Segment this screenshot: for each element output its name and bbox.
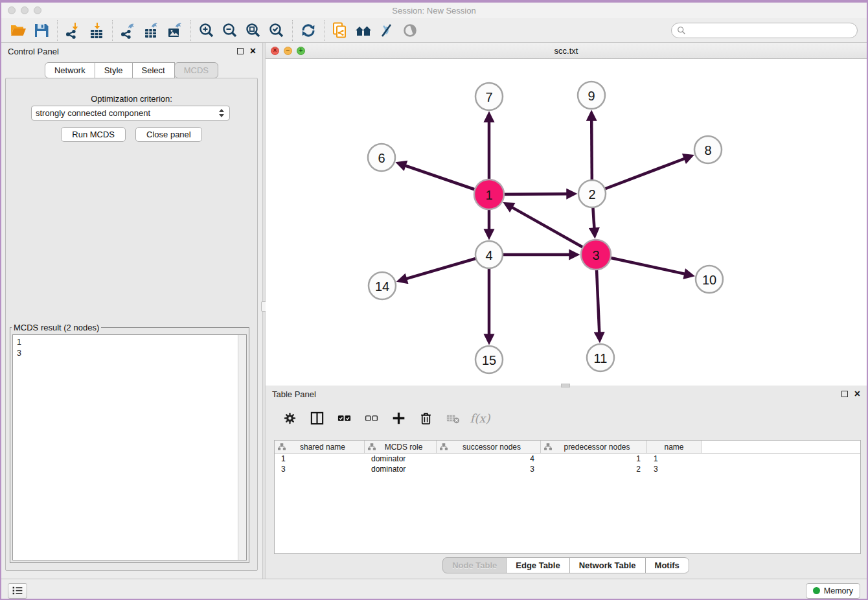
table-cell: 4 bbox=[437, 454, 541, 463]
table-cell: 3 bbox=[275, 465, 365, 474]
column-header-mcds-role[interactable]: MCDS role bbox=[365, 441, 437, 453]
import-network-button[interactable] bbox=[62, 19, 85, 41]
tab-motifs[interactable]: Motifs bbox=[645, 557, 689, 573]
save-session-button[interactable] bbox=[30, 19, 53, 41]
svg-text:15: 15 bbox=[482, 353, 496, 367]
column-type-icon bbox=[440, 443, 448, 450]
checked-boxes-icon bbox=[337, 411, 352, 426]
open-session-button[interactable] bbox=[6, 19, 30, 41]
float-panel-icon[interactable] bbox=[237, 48, 244, 54]
tab-network[interactable]: Network bbox=[45, 62, 95, 78]
table-settings-button[interactable] bbox=[279, 407, 301, 429]
graph-edge-2-8[interactable] bbox=[592, 159, 685, 194]
tab-edge-table[interactable]: Edge Table bbox=[506, 557, 569, 573]
zoom-fit-button[interactable] bbox=[242, 19, 265, 41]
tab-node-table[interactable]: Node Table bbox=[442, 557, 507, 573]
tab-network-table[interactable]: Network Table bbox=[569, 557, 646, 573]
task-history-button[interactable] bbox=[8, 583, 27, 599]
delete-table-button[interactable] bbox=[442, 407, 464, 429]
duplicate-network-button[interactable] bbox=[328, 19, 352, 41]
zoom-out-button[interactable] bbox=[218, 19, 242, 41]
optimization-criterion-dropdown[interactable]: strongly connected component bbox=[31, 106, 230, 121]
export-table-icon bbox=[143, 22, 160, 39]
control-panel: Control Panel × NetworkStyleSelectMCDS O… bbox=[1, 43, 262, 579]
trash-icon bbox=[418, 411, 433, 426]
table-cell: dominator bbox=[365, 454, 437, 463]
deselect-all-columns-button[interactable] bbox=[360, 407, 382, 429]
graph-node-1[interactable]: 1 bbox=[474, 179, 504, 209]
import-table-button[interactable] bbox=[85, 19, 108, 41]
column-type-icon bbox=[278, 443, 286, 450]
graph-node-2[interactable]: 2 bbox=[578, 180, 606, 207]
network-minimize-button[interactable]: − bbox=[284, 47, 292, 55]
import-table-icon bbox=[88, 22, 105, 39]
delete-row-button[interactable] bbox=[415, 407, 437, 429]
column-header-predecessor-nodes[interactable]: predecessor nodes bbox=[541, 441, 647, 453]
toolbar-separator bbox=[57, 20, 58, 41]
zoom-out-icon bbox=[222, 22, 238, 39]
network-zoom-button[interactable]: + bbox=[297, 47, 305, 55]
svg-text:3: 3 bbox=[592, 248, 599, 262]
tab-mcds[interactable]: MCDS bbox=[174, 62, 218, 78]
float-table-panel-icon[interactable] bbox=[841, 391, 848, 397]
graph-node-3[interactable]: 3 bbox=[581, 240, 611, 270]
zoom-selected-button[interactable] bbox=[265, 19, 288, 41]
graph-node-6[interactable]: 6 bbox=[368, 144, 395, 171]
memory-button[interactable]: Memory bbox=[806, 583, 860, 599]
hide-visual-style-button[interactable] bbox=[375, 19, 398, 41]
table-row[interactable]: 3dominator323 bbox=[275, 464, 860, 474]
status-bar: Memory bbox=[1, 579, 867, 600]
zoom-in-icon bbox=[198, 22, 215, 39]
svg-text:6: 6 bbox=[378, 151, 385, 165]
window-title: Session: New Session bbox=[1, 6, 867, 16]
network-close-button[interactable]: × bbox=[271, 47, 279, 55]
graph-node-4[interactable]: 4 bbox=[475, 241, 503, 268]
graph-node-8[interactable]: 8 bbox=[694, 136, 722, 163]
export-table-button[interactable] bbox=[140, 19, 163, 41]
column-header-shared-name[interactable]: shared name bbox=[275, 441, 365, 453]
columns-icon bbox=[310, 411, 325, 426]
show-column-panel-button[interactable] bbox=[306, 407, 328, 429]
list-icon bbox=[12, 586, 23, 595]
zoom-in-button[interactable] bbox=[195, 19, 218, 41]
graph-node-10[interactable]: 10 bbox=[696, 266, 723, 293]
column-header-successor-nodes[interactable]: successor nodes bbox=[437, 441, 541, 453]
table-cell: 1 bbox=[647, 454, 702, 463]
tab-style[interactable]: Style bbox=[95, 62, 133, 78]
tab-select[interactable]: Select bbox=[132, 62, 175, 78]
select-all-columns-button[interactable] bbox=[333, 407, 355, 429]
import-network-icon bbox=[65, 22, 82, 39]
export-network-button[interactable] bbox=[117, 19, 140, 41]
close-panel-icon[interactable]: × bbox=[250, 48, 256, 54]
run-mcds-button[interactable]: Run MCDS bbox=[61, 127, 126, 142]
network-canvas[interactable]: 7968124314101511 bbox=[266, 59, 867, 386]
graph-node-7[interactable]: 7 bbox=[475, 83, 503, 110]
eye-icon bbox=[402, 22, 418, 39]
graph-node-11[interactable]: 11 bbox=[587, 344, 614, 371]
home-button[interactable] bbox=[352, 19, 375, 41]
graph-node-15[interactable]: 15 bbox=[475, 346, 503, 373]
table-body: 1dominator4113dominator323 bbox=[275, 454, 860, 474]
table-row[interactable]: 1dominator411 bbox=[275, 454, 860, 464]
export-image-button[interactable] bbox=[163, 19, 187, 41]
graph-node-14[interactable]: 14 bbox=[369, 272, 396, 299]
close-panel-button[interactable]: Close panel bbox=[135, 127, 202, 142]
function-builder-button[interactable]: f(x) bbox=[469, 407, 491, 429]
apply-layout-button[interactable] bbox=[297, 19, 320, 41]
search-input[interactable] bbox=[686, 25, 852, 36]
result-scrollbar[interactable] bbox=[238, 335, 246, 560]
table-cell: 1 bbox=[541, 454, 647, 463]
graph-node-9[interactable]: 9 bbox=[578, 82, 605, 109]
svg-text:1: 1 bbox=[485, 188, 492, 202]
table-cell: 2 bbox=[541, 465, 647, 474]
network-view-window: × − + scc.txt 7968124314101511 bbox=[266, 43, 867, 386]
horizontal-splitter-handle[interactable] bbox=[561, 384, 570, 387]
show-all-button[interactable] bbox=[398, 19, 422, 41]
mcds-result-title: MCDS result (2 nodes) bbox=[12, 323, 101, 332]
add-row-button[interactable] bbox=[387, 407, 409, 429]
houses-icon bbox=[355, 22, 372, 39]
column-header-name[interactable]: name bbox=[647, 441, 702, 453]
mcds-panel: Optimization criterion: strongly connect… bbox=[5, 78, 258, 571]
close-table-panel-icon[interactable]: × bbox=[854, 391, 860, 397]
main-toolbar bbox=[1, 18, 867, 43]
